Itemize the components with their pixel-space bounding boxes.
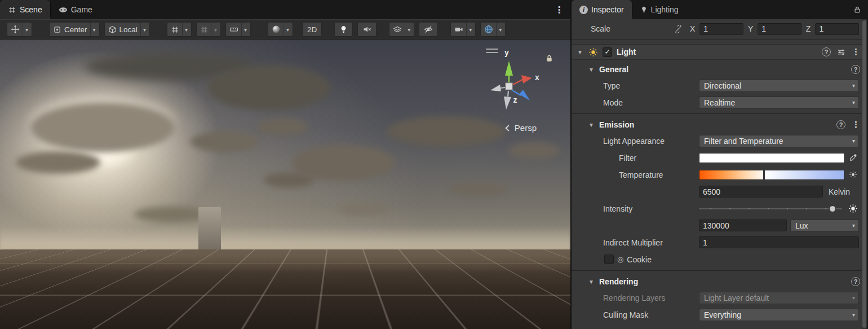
gizmo-neg-y-cone[interactable] bbox=[504, 96, 511, 109]
mode-label[interactable]: Mode bbox=[572, 98, 699, 107]
projection-label: Persp bbox=[515, 123, 537, 133]
scale-z-axis-label[interactable]: Z bbox=[805, 24, 812, 33]
physical-sun-icon[interactable] bbox=[847, 204, 859, 213]
foldout-icon[interactable]: ▼ bbox=[588, 279, 595, 285]
chevron-down-icon[interactable]: ▾ bbox=[211, 23, 217, 36]
type-label[interactable]: Type bbox=[572, 81, 699, 90]
pivot-mode-dropdown[interactable]: Center ▾ bbox=[49, 22, 100, 37]
component-menu-button[interactable]: ⋮ bbox=[852, 47, 860, 57]
rendering-section-header[interactable]: ▼ Rendering ? bbox=[572, 275, 867, 288]
intensity-unit-dropdown[interactable]: Lux ▾ bbox=[790, 220, 859, 232]
projection-mode-toggle[interactable]: Persp bbox=[506, 123, 537, 133]
handle-orientation-dropdown[interactable]: Local ▾ bbox=[104, 22, 150, 37]
scale-z-field[interactable]: 1 bbox=[815, 23, 859, 35]
indirect-multiplier-label[interactable]: Indirect Multiplier bbox=[572, 238, 699, 247]
speaker-mute-icon bbox=[362, 25, 371, 34]
help-icon[interactable]: ? bbox=[851, 277, 860, 286]
link-constrain-icon[interactable] bbox=[674, 25, 689, 33]
gizmo-z-axis-cone[interactable] bbox=[519, 90, 530, 100]
draw-mode-dropdown[interactable]: ▾ bbox=[268, 22, 293, 37]
gizmo-center-cube[interactable] bbox=[506, 83, 512, 90]
help-icon[interactable]: ? bbox=[822, 47, 831, 56]
eyedropper-icon[interactable] bbox=[847, 153, 859, 162]
section-menu-button[interactable]: ⋮ bbox=[852, 120, 860, 130]
temperature-sun-icon[interactable] bbox=[847, 170, 859, 179]
gizmo-x-label: x bbox=[535, 73, 539, 82]
gizmo-x-axis-cone[interactable] bbox=[521, 75, 532, 84]
scale-x-field[interactable]: 1 bbox=[699, 23, 743, 35]
indirect-multiplier-field[interactable]: 1 bbox=[699, 236, 859, 248]
temperature-label[interactable]: Temperature bbox=[572, 170, 699, 179]
scene-camera-dropdown[interactable]: ▾ bbox=[450, 22, 476, 37]
presets-icon[interactable] bbox=[837, 48, 845, 56]
cloud bbox=[207, 65, 330, 111]
grid-snap-button[interactable]: ▾ bbox=[167, 22, 192, 37]
inspector-scrollbar[interactable] bbox=[862, 19, 867, 329]
scale-y-field[interactable]: 1 bbox=[758, 23, 801, 35]
filter-label[interactable]: Filter bbox=[572, 153, 699, 163]
help-icon[interactable]: ? bbox=[851, 65, 860, 74]
scene-orientation-gizmo[interactable]: y x z bbox=[478, 44, 546, 117]
chevron-down-icon[interactable]: ▾ bbox=[23, 23, 28, 36]
intensity-slider[interactable] bbox=[699, 202, 842, 216]
intensity-label[interactable]: Intensity bbox=[572, 204, 699, 213]
light-appearance-dropdown[interactable]: Filter and Temperature ▾ bbox=[699, 135, 859, 147]
tab-inspector[interactable]: i Inspector bbox=[572, 0, 632, 19]
intensity-value-field[interactable]: 130000 bbox=[699, 220, 787, 231]
light-enabled-checkbox[interactable]: ✓ bbox=[603, 47, 612, 57]
general-section-header[interactable]: ▼ General ? bbox=[572, 63, 867, 76]
move-tool-button[interactable]: ▾ bbox=[7, 22, 32, 37]
tab-game-label: Game bbox=[71, 5, 92, 14]
culling-mask-label[interactable]: Culling Mask bbox=[572, 310, 699, 319]
tab-lighting[interactable]: Lighting bbox=[632, 0, 687, 19]
grid-visibility-button[interactable]: ▾ bbox=[196, 22, 221, 37]
cookie-checkbox[interactable] bbox=[604, 255, 614, 264]
temperature-gradient-slider[interactable] bbox=[699, 170, 845, 180]
mode-dropdown[interactable]: Realtime ▾ bbox=[699, 96, 859, 109]
kelvin-row: 6500 Kelvin bbox=[572, 185, 867, 199]
scene-visibility-toggle[interactable] bbox=[419, 22, 438, 37]
chevron-down-icon[interactable]: ▾ bbox=[241, 23, 247, 36]
foldout-icon[interactable]: ▼ bbox=[588, 122, 595, 128]
gizmo-neg-x-cone[interactable] bbox=[490, 85, 501, 91]
scene-viewport[interactable]: y x z Persp bbox=[0, 40, 570, 329]
light-component-header[interactable]: ▼ ✓ Light ? ⋮ bbox=[572, 44, 867, 60]
foldout-icon[interactable]: ▼ bbox=[577, 49, 584, 55]
scene-tab-menu-button[interactable]: ⋮ bbox=[548, 5, 570, 15]
light-appearance-label[interactable]: Light Appearance bbox=[572, 137, 699, 146]
intensity-row: Intensity bbox=[572, 201, 867, 216]
tab-scene[interactable]: Scene bbox=[0, 0, 50, 19]
effects-layers-icon bbox=[393, 25, 402, 34]
culling-mask-value: Everything bbox=[704, 310, 741, 319]
cookie-label[interactable]: Cookie bbox=[627, 255, 652, 264]
emission-section-header[interactable]: ▼ Emission ? ⋮ bbox=[572, 118, 867, 131]
scale-y-axis-label[interactable]: Y bbox=[747, 24, 754, 33]
cloud bbox=[16, 151, 100, 174]
scale-label[interactable]: Scale bbox=[591, 24, 674, 33]
scene-gizmos-dropdown[interactable]: ▾ bbox=[480, 22, 506, 37]
inspector-lock-icon[interactable] bbox=[848, 6, 867, 14]
scene-toolbar: ▾ Center ▾ Local ▾ ▾ bbox=[0, 19, 570, 40]
kelvin-unit-label: Kelvin bbox=[823, 187, 859, 196]
foldout-icon[interactable]: ▼ bbox=[588, 67, 595, 73]
chevron-down-icon[interactable]: ▾ bbox=[182, 23, 188, 36]
scale-x-axis-label[interactable]: X bbox=[689, 24, 696, 33]
filter-color-swatch[interactable] bbox=[699, 153, 845, 163]
gizmo-lock-icon[interactable] bbox=[545, 54, 553, 63]
culling-mask-dropdown[interactable]: Everything ▾ bbox=[699, 309, 859, 321]
tab-game[interactable]: Game bbox=[51, 0, 100, 19]
scrollbar-thumb[interactable] bbox=[862, 20, 866, 328]
type-dropdown[interactable]: Directional ▾ bbox=[699, 80, 859, 92]
help-icon[interactable]: ? bbox=[836, 120, 845, 129]
rendering-layers-label: Rendering Layers bbox=[572, 293, 699, 302]
temperature-value-field[interactable]: 6500 bbox=[699, 186, 823, 198]
scene-lighting-toggle[interactable] bbox=[334, 22, 353, 37]
2d-toggle-button[interactable]: 2D bbox=[302, 22, 322, 37]
snap-increment-button[interactable]: ▾ bbox=[225, 22, 251, 37]
temperature-slider-handle[interactable] bbox=[763, 169, 765, 182]
intensity-slider-handle[interactable] bbox=[829, 205, 836, 212]
scene-effects-dropdown[interactable]: ▾ bbox=[389, 22, 414, 37]
scene-audio-toggle[interactable] bbox=[357, 22, 377, 37]
chevron-down-icon: ▾ bbox=[852, 138, 855, 144]
gizmo-y-axis-cone[interactable] bbox=[505, 61, 513, 76]
